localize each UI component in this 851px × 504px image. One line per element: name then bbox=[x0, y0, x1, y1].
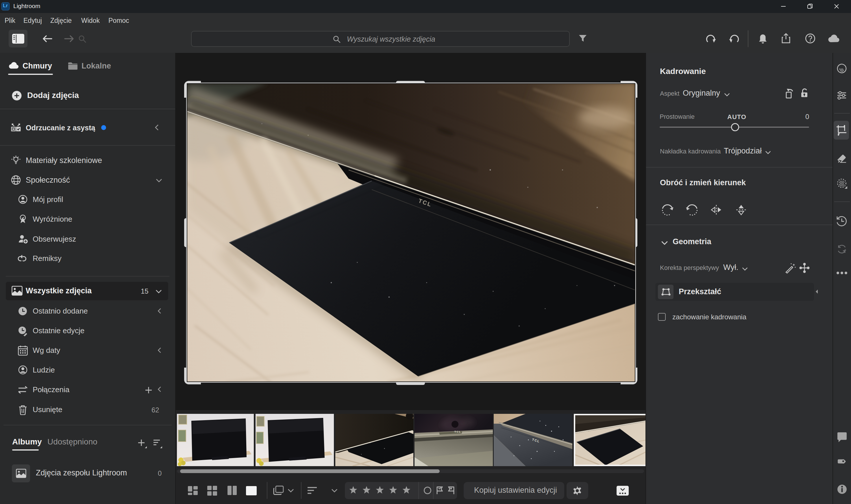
svg-text:TCL: TCL bbox=[455, 430, 461, 433]
